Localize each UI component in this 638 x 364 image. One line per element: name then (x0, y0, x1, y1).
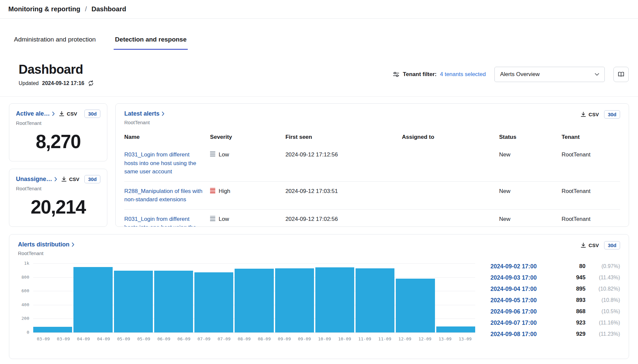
column-status: Status (499, 131, 562, 145)
x-tick-label: 05-09 (134, 336, 154, 341)
x-tick-label: 11-09 (375, 336, 395, 341)
chart-bar[interactable] (73, 267, 112, 332)
first-seen-cell: 2024-09-12 17:03:51 (285, 181, 402, 209)
chart-bar[interactable] (436, 326, 475, 332)
chart-bar[interactable] (194, 272, 233, 332)
csv-download-button[interactable]: CSV (581, 242, 599, 248)
sliders-icon (393, 72, 399, 77)
legend-value: 80 (579, 263, 585, 270)
range-badge[interactable]: 30d (84, 175, 100, 183)
legend-value: 893 (576, 297, 585, 304)
tenant-filter-link[interactable]: 4 tenants selected (440, 71, 486, 78)
refresh-icon (88, 80, 94, 86)
legend-date-link[interactable]: 2024-09-02 17:00 (490, 263, 537, 270)
alert-name-link[interactable]: R031_Login from different hosts into one… (124, 151, 196, 175)
legend-value: 868 (576, 308, 585, 315)
latest-alerts-body: R031_Login from different hosts into one… (124, 145, 620, 227)
range-badge[interactable]: 30d (604, 110, 620, 119)
chart-bars (33, 263, 475, 332)
chart-bar[interactable] (154, 271, 193, 332)
chart-bar[interactable] (275, 268, 314, 332)
chart-x-axis: 03-0903-0904-0904-0905-0905-0906-0906-09… (33, 336, 475, 341)
status-cell: New (499, 181, 562, 209)
name-cell: R031_Login from different hosts into one… (124, 145, 210, 181)
x-tick-label: 10-09 (335, 336, 355, 341)
csv-label: CSV (67, 111, 77, 117)
legend-date-link[interactable]: 2024-09-08 17:00 (490, 331, 537, 338)
x-tick-label: 04-09 (73, 336, 93, 341)
legend-value: 945 (576, 274, 585, 281)
chart-bar[interactable] (235, 269, 273, 332)
chart-bar[interactable] (315, 267, 354, 332)
chevron-right-icon (52, 112, 55, 116)
chart-bar[interactable] (356, 268, 394, 332)
tenant-filter-label: Tenant filter: (403, 71, 437, 78)
table-row: R031_Login from different hosts into one… (124, 145, 620, 181)
csv-download-button[interactable]: CSV (59, 111, 77, 117)
csv-label: CSV (588, 112, 599, 117)
y-tick-label: 1k (24, 261, 29, 266)
legend-date-link[interactable]: 2024-09-04 17:00 (490, 286, 537, 293)
x-tick-label: 11-09 (355, 336, 374, 341)
legend-date-link[interactable]: 2024-09-06 17:00 (490, 308, 537, 315)
y-tick-label: 600 (22, 288, 29, 293)
assigned-to-cell (402, 145, 499, 181)
chevron-down-icon (595, 73, 599, 76)
active-alerts-link[interactable]: Active ale… (16, 110, 55, 117)
x-tick-label: 08-09 (234, 336, 254, 341)
updated-label: Updated (19, 80, 39, 86)
alert-name-link[interactable]: R031_Login from different hosts into one… (124, 216, 196, 227)
x-tick-label: 06-09 (154, 336, 174, 341)
dashboard-layout-button[interactable] (613, 67, 629, 82)
chart-bar[interactable] (33, 327, 72, 332)
tab-administration-and-protection[interactable]: Administration and protection (13, 36, 97, 50)
legend-date-link[interactable]: 2024-09-05 17:00 (490, 297, 537, 304)
breadcrumb-item-monitoring[interactable]: Monitoring & reporting (8, 5, 80, 13)
severity-cell: Low (210, 209, 285, 227)
card-tenant: RootTenant (124, 120, 164, 125)
book-icon (617, 71, 625, 77)
legend-percent: (10.82%) (585, 286, 620, 292)
unassigned-alerts-value: 20,214 (16, 196, 100, 218)
refresh-button[interactable] (88, 80, 94, 86)
first-seen-cell: 2024-09-12 17:02:56 (285, 209, 402, 227)
alerts-distribution-link[interactable]: Alerts distribution (18, 241, 74, 248)
card-header: Alerts distribution RootTenant CSV 30d (18, 241, 620, 256)
chart-bar[interactable] (114, 271, 153, 332)
legend-date-link[interactable]: 2024-09-03 17:00 (490, 274, 537, 281)
unassigned-alerts-link[interactable]: Unassigne… (16, 176, 57, 183)
legend-percent: (10.5%) (585, 309, 620, 315)
legend-row: 2024-09-05 17:00893(10.8%) (490, 295, 620, 306)
csv-download-button[interactable]: CSV (61, 176, 79, 182)
x-tick-label: 05-09 (114, 336, 134, 341)
active-alerts-card: Active ale… CSV 30d RootTenant 8,270 (9, 103, 107, 161)
x-tick-label: 03-09 (33, 336, 53, 341)
download-icon (581, 242, 586, 248)
card-title: Alerts distribution (18, 241, 69, 248)
cards-row: Active ale… CSV 30d RootTenant 8,270 (9, 103, 629, 227)
range-badge[interactable]: 30d (84, 110, 100, 118)
alert-name-link[interactable]: R288_Manipulation of files with non-stan… (124, 188, 202, 203)
card-tenant: RootTenant (16, 186, 100, 191)
severity-label: High (219, 187, 230, 196)
metric-column: Active ale… CSV 30d RootTenant 8,270 (9, 103, 107, 227)
chart-bar[interactable] (396, 279, 435, 332)
column-tenant: Tenant (562, 131, 620, 145)
page-title: Dashboard (19, 62, 94, 77)
gridline (33, 332, 475, 333)
range-badge[interactable]: 30d (604, 241, 620, 249)
breadcrumb-item-dashboard[interactable]: Dashboard (91, 5, 126, 13)
x-tick-label: 04-09 (93, 336, 113, 341)
y-tick-label: 400 (22, 302, 29, 307)
updated-row: Updated 2024-09-12 17:16 (19, 80, 94, 86)
legend-row: 2024-09-06 17:00868(10.5%) (490, 306, 620, 317)
legend-date-link[interactable]: 2024-09-07 17:00 (490, 319, 537, 326)
csv-download-button[interactable]: CSV (581, 112, 599, 117)
card-title: Active ale… (16, 110, 50, 117)
legend-percent: (11.23%) (585, 331, 620, 337)
view-select[interactable]: Alerts Overview (494, 67, 605, 82)
tab-detection-and-response[interactable]: Detection and response (114, 36, 188, 50)
latest-alerts-link[interactable]: Latest alerts (124, 110, 164, 117)
card-title: Unassigne… (16, 176, 52, 183)
x-tick-label: 13-09 (455, 336, 475, 341)
